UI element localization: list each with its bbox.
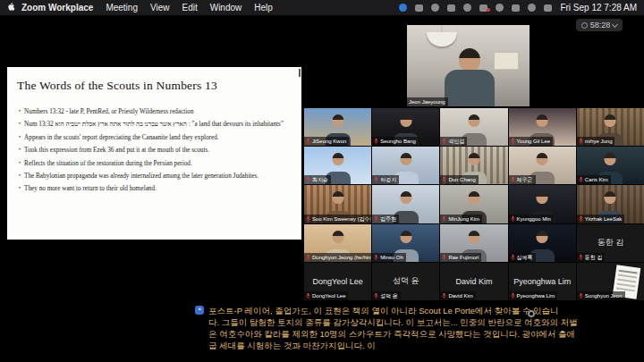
meeting-timer[interactable]: 58:28 (576, 19, 623, 31)
participant-tile[interactable]: Soo Kim Sweeney (김수원) (304, 185, 371, 223)
caption-line: 굽 세대를 시험하는 것과 마찬가지입니다. 이 (208, 340, 553, 351)
menubar-item-help[interactable]: Help (254, 3, 273, 13)
muted-mic-icon (511, 254, 515, 261)
participant-tile[interactable]: Young Gil Lee (509, 108, 576, 146)
participant-avatar (468, 231, 479, 243)
participant-tile[interactable]: Donghyun Jeong (he/him) (304, 224, 371, 262)
participant-tile[interactable]: Kyunggoo Min (509, 185, 576, 223)
menubar-item-edit[interactable]: Edit (182, 3, 197, 13)
muted-mic-icon (511, 215, 515, 223)
participant-tile[interactable]: David Kim David Kim (440, 263, 507, 300)
participant-tile[interactable]: 최지승 (304, 147, 371, 184)
muted-mic-icon (579, 215, 583, 223)
timer-clock-icon (581, 22, 588, 29)
participant-avatar (332, 153, 343, 165)
participant-tile[interactable]: 성덕 윤 성덕 윤 (372, 263, 439, 300)
participant-name-label: Jeon Jaeyoung (407, 97, 448, 106)
featured-video-tile[interactable]: Jeon Jaeyoung (407, 25, 530, 106)
participant-name-label: Yitzhak LeeSak (577, 215, 624, 223)
participant-tile[interactable]: Rae Fujimori (440, 224, 507, 262)
participant-name-label: Don Chang (440, 175, 478, 184)
time-machine-icon[interactable] (431, 4, 439, 12)
recording-dot (487, 8, 490, 12)
captions-settings-gear-icon[interactable] (528, 310, 535, 317)
caption-line: 은 여호수아와 칼라를 제외한 10명의 스카우트가 즉각적으로 사망했다는 것… (208, 328, 553, 340)
bluetooth-icon[interactable] (512, 4, 520, 12)
search-icon[interactable] (544, 4, 552, 12)
participant-tile[interactable]: mihye Jung (577, 108, 644, 146)
slide-scrollbar[interactable] (299, 69, 301, 77)
participant-name-label: David Kim (440, 291, 475, 300)
slide-bullet: They no more want to return to their old… (19, 182, 301, 195)
participant-tile[interactable]: 심예록 (509, 224, 576, 262)
participant-tile[interactable]: 김주현 (372, 185, 439, 223)
participant-tile[interactable]: 하경지 (372, 147, 439, 184)
participant-name-label: Caris Kim (577, 175, 611, 184)
participant-avatar (537, 114, 548, 127)
participant-avatar (400, 191, 411, 204)
zoom-status-icon[interactable] (399, 4, 407, 12)
menubar-items: Zoom WorkplaceMeetingViewEditWindowHelp (21, 3, 273, 13)
participant-tile[interactable]: Caris Kim (577, 147, 644, 184)
participant-tile[interactable]: Yitzhak LeeSak (577, 185, 644, 223)
participant-tile[interactable]: Minsu Oh (372, 224, 439, 262)
participant-avatar (400, 153, 411, 165)
slide-bullet: Appears in the scouts' report depreciati… (19, 131, 301, 144)
participant-tile[interactable]: Sunghyun Jeon (577, 263, 644, 300)
wifi-icon[interactable] (528, 4, 536, 12)
muted-mic-icon (374, 215, 378, 223)
input-source-icon[interactable] (415, 4, 423, 12)
participant-tile[interactable]: 동한 김 동한 김 (577, 224, 644, 262)
menubar-item-zoom-workplace[interactable]: Zoom Workplace (21, 3, 93, 13)
slide-bullet: The Babylonian propaganda was already in… (19, 170, 301, 182)
menubar-status-area: Fri Sep 12 7:28 AM (399, 3, 637, 13)
participant-avatar (537, 231, 548, 243)
participant-tile[interactable]: DongYeol Lee DongYeol Lee (304, 263, 371, 300)
participant-name-label: Kyunggoo Min (509, 215, 554, 223)
participant-grid: JiSeong Kwon Seungho Bang 곽민섭 (304, 108, 644, 300)
muted-mic-icon (306, 138, 310, 145)
participant-avatar (332, 191, 343, 204)
muted-mic-icon (442, 254, 446, 261)
muted-mic-icon (442, 215, 446, 223)
participant-name-label: Donghyun Jeong (he/him) (304, 253, 371, 262)
menubar-item-view[interactable]: View (150, 3, 170, 13)
muted-mic-icon (306, 254, 310, 261)
shared-screen-slide: The Words of the Scouts in Numbers 13 Nu… (7, 67, 301, 240)
participant-tile[interactable]: MinJung Kim (440, 185, 507, 223)
apple-logo-icon[interactable] (7, 3, 16, 13)
slide-bullet: Num 13:32 הארץ אשר עברנו בה לתור אתה ארץ… (19, 118, 301, 130)
whiteboard-decor (494, 52, 519, 70)
participant-name-label: 곽민섭 (440, 137, 467, 146)
menubar-item-window[interactable]: Window (210, 3, 242, 13)
muted-mic-icon (306, 176, 310, 183)
muted-mic-icon (306, 292, 310, 299)
participant-name-label: 성덕 윤 (372, 291, 401, 300)
user-icon[interactable] (447, 4, 455, 12)
home-icon[interactable] (463, 4, 471, 12)
participant-name-label: DongYeol Lee (304, 291, 348, 300)
participant-tile[interactable]: Pyeonghwa Lim Pyeonghwa Lim (509, 263, 576, 300)
participant-name-label: Soo Kim Sweeney (김수원) (304, 215, 371, 223)
participant-name-label: Pyeonghwa Lim (509, 291, 558, 300)
participant-tile[interactable]: 곽민섭 (440, 108, 507, 146)
chevron-down-icon (612, 21, 618, 27)
participant-avatar (468, 191, 479, 204)
display-mirror-icon[interactable] (479, 4, 487, 12)
participant-tile[interactable]: JiSeong Kwon (304, 108, 371, 146)
participant-tile[interactable]: 제우곤 (509, 147, 576, 184)
participant-tile[interactable]: Seungho Bang (372, 108, 439, 146)
muted-mic-icon (579, 254, 583, 261)
slide-title: The Words of the Scouts in Numbers 13 (17, 79, 301, 93)
participant-name-label: 동한 김 (577, 253, 606, 262)
speaker-avatar-body (445, 70, 495, 106)
participant-name-label: Rae Fujimori (440, 253, 481, 262)
participant-name-label: 하경지 (372, 175, 399, 184)
participant-avatar (605, 114, 616, 127)
volume-icon[interactable] (496, 4, 504, 12)
participant-avatar (400, 231, 411, 243)
menubar-item-meeting[interactable]: Meeting (106, 3, 138, 13)
slide-bullet: Numbers 13:32 - late P, PentRed, or Prie… (19, 105, 301, 118)
participant-tile[interactable]: Don Chang (440, 147, 507, 184)
muted-mic-icon (579, 138, 583, 145)
